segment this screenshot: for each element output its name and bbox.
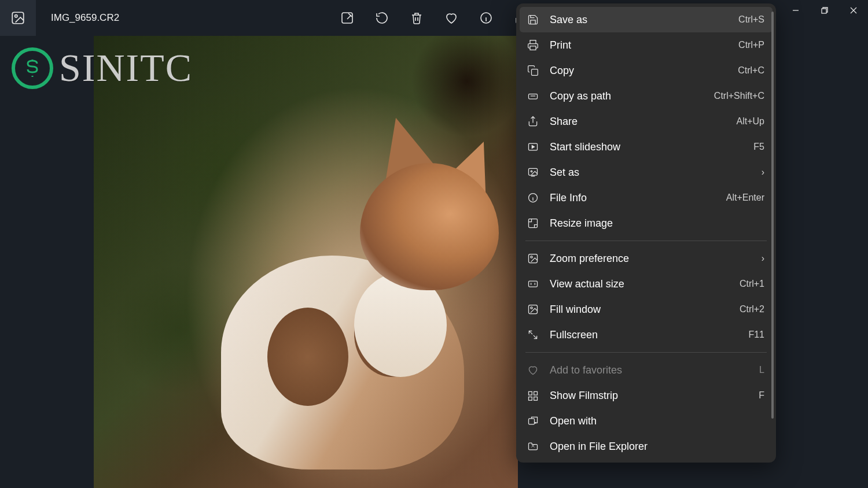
set-as-icon — [527, 166, 539, 179]
window-controls — [781, 0, 868, 21]
menu-item-label: Share — [550, 116, 737, 128]
menu-item-label: Resize image — [550, 217, 764, 230]
menu-item-label: File Info — [550, 192, 726, 204]
zoom-icon — [527, 252, 539, 265]
context-menu: Save asCtrl+SPrintCtrl+PCopyCtrl+CCopy a… — [516, 3, 776, 463]
menu-item-shortcut: Ctrl+1 — [740, 279, 764, 289]
menu-item-label: Set as — [550, 167, 762, 179]
menu-item-shortcut: F11 — [748, 330, 764, 340]
svg-rect-7 — [529, 94, 538, 99]
menu-item-shortcut: Ctrl+P — [738, 40, 764, 50]
watermark-logo-icon — [12, 47, 53, 89]
menu-item-folder[interactable]: Open in File Explorer — [520, 434, 773, 459]
menu-item-shortcut: Ctrl+2 — [740, 304, 764, 315]
info-button[interactable] — [479, 11, 493, 25]
favorite-button[interactable] — [444, 11, 458, 25]
minimize-button[interactable] — [781, 0, 810, 21]
menu-item-label: Show Filmstrip — [550, 390, 759, 402]
filmstrip-icon — [527, 389, 539, 402]
rotate-button[interactable] — [375, 11, 389, 25]
menu-item-label: Fill window — [550, 304, 740, 316]
svg-rect-9 — [529, 168, 538, 175]
menu-item-label: Open with — [550, 415, 764, 427]
menu-item-label: Open in File Explorer — [550, 441, 764, 453]
copy-path-icon — [527, 90, 539, 102]
svg-rect-6 — [532, 69, 538, 76]
edit-image-button[interactable] — [340, 11, 354, 25]
menu-scrollbar[interactable] — [771, 12, 774, 419]
svg-point-1 — [15, 15, 17, 17]
svg-rect-18 — [529, 391, 532, 395]
svg-point-17 — [531, 307, 532, 309]
menu-item-set-as[interactable]: Set as› — [520, 160, 773, 185]
close-button[interactable] — [839, 0, 868, 21]
menu-item-fill[interactable]: Fill windowCtrl+2 — [520, 297, 773, 322]
menu-item-shortcut: Ctrl+Shift+C — [714, 91, 764, 101]
svg-rect-19 — [534, 391, 538, 395]
menu-item-label: Copy as path — [550, 90, 714, 102]
photo-content — [204, 105, 505, 475]
menu-item-share[interactable]: ShareAlt+Up — [520, 109, 773, 134]
menu-item-print[interactable]: PrintCtrl+P — [520, 32, 773, 58]
svg-rect-21 — [534, 397, 538, 401]
toolbar — [340, 11, 528, 25]
heart-icon — [527, 364, 539, 376]
menu-item-shortcut: F — [759, 390, 764, 401]
menu-item-label: Print — [550, 39, 738, 51]
menu-item-shortcut: Ctrl+S — [738, 14, 764, 25]
menu-divider — [525, 241, 767, 241]
resize-icon — [527, 217, 539, 230]
menu-item-label: View actual size — [550, 278, 740, 290]
menu-item-shortcut: Alt+Up — [737, 116, 764, 127]
menu-item-actual[interactable]: View actual sizeCtrl+1 — [520, 271, 773, 297]
menu-item-filmstrip[interactable]: Show FilmstripF — [520, 383, 773, 408]
menu-item-fullscreen[interactable]: FullscreenF11 — [520, 322, 773, 347]
save-icon — [527, 13, 539, 26]
menu-item-save[interactable]: Save asCtrl+S — [520, 7, 773, 32]
actual-icon — [527, 278, 539, 290]
svg-rect-13 — [529, 254, 538, 263]
open-with-icon — [527, 415, 539, 427]
menu-item-label: Add to favorites — [550, 364, 759, 376]
menu-item-copy[interactable]: CopyCtrl+C — [520, 58, 773, 83]
svg-rect-22 — [529, 419, 535, 424]
menu-item-info[interactable]: File InfoAlt+Enter — [520, 185, 773, 210]
print-icon — [527, 39, 539, 51]
maximize-button[interactable] — [810, 0, 839, 21]
fill-icon — [527, 303, 539, 316]
svg-point-10 — [531, 171, 532, 172]
file-name: IMG_9659.CR2 — [51, 12, 119, 24]
menu-item-heart[interactable]: Add to favoritesL — [520, 357, 773, 383]
svg-rect-4 — [822, 9, 826, 13]
menu-item-shortcut: F5 — [753, 142, 764, 152]
menu-item-shortcut: L — [759, 365, 764, 375]
menu-item-copy-path[interactable]: Copy as pathCtrl+Shift+C — [520, 83, 773, 109]
svg-rect-5 — [530, 46, 536, 50]
info-icon — [527, 191, 539, 204]
svg-point-14 — [531, 256, 532, 258]
svg-point-23 — [535, 423, 536, 424]
menu-item-label: Save as — [550, 14, 738, 26]
app-icon[interactable] — [0, 0, 36, 36]
chevron-right-icon: › — [762, 253, 764, 264]
menu-item-label: Zoom preference — [550, 253, 762, 265]
menu-item-open-with[interactable]: Open with — [520, 408, 773, 434]
svg-rect-2 — [342, 13, 352, 23]
copy-icon — [527, 64, 539, 77]
svg-rect-12 — [529, 219, 538, 228]
menu-item-label: Start slideshow — [550, 141, 753, 153]
menu-item-shortcut: Ctrl+C — [738, 65, 764, 76]
menu-item-label: Copy — [550, 65, 738, 77]
svg-rect-20 — [529, 397, 532, 401]
watermark-text: SINITC — [59, 45, 193, 91]
share-icon — [527, 115, 539, 128]
image-viewport[interactable] — [94, 36, 518, 488]
menu-item-zoom[interactable]: Zoom preference› — [520, 246, 773, 271]
menu-item-label: Fullscreen — [550, 329, 748, 341]
delete-button[interactable] — [410, 11, 424, 25]
menu-item-resize[interactable]: Resize image — [520, 210, 773, 236]
menu-item-slideshow[interactable]: Start slideshowF5 — [520, 134, 773, 160]
folder-icon — [527, 440, 539, 453]
slideshow-icon — [527, 141, 539, 153]
fullscreen-icon — [527, 328, 539, 341]
